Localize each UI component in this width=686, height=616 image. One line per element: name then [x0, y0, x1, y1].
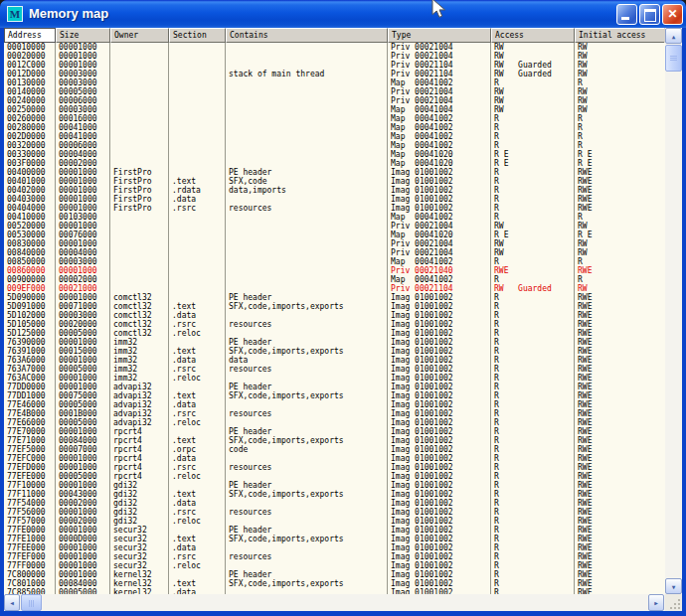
column-header-initial-access[interactable]: Initial access — [575, 28, 664, 43]
table-row[interactable]: 77F5700000002000gdi32.relocImag 01001002… — [4, 517, 665, 526]
table-row[interactable]: 0040200000001000FirstPro.rdatadata,impor… — [4, 186, 665, 195]
table-row[interactable]: 5D10200000003000comctl32.dataImag 010010… — [4, 311, 665, 320]
app-icon[interactable]: M — [7, 6, 23, 22]
cell-size: 00001000 — [56, 543, 110, 552]
table-row[interactable]: 763A600000001000imm32.datadataImag 01001… — [4, 356, 665, 365]
table-row[interactable]: 009EF00000021000Priv 00021104RW GuardedR… — [4, 284, 665, 293]
titlebar[interactable]: M Memory map ✕ — [0, 0, 686, 28]
table-row[interactable]: 77F5400000002000gdi32.dataImag 01001002R… — [4, 499, 665, 508]
table-row[interactable]: 77EFD00000001000rpcrt4.rsrcresourcesImag… — [4, 463, 665, 472]
table-row[interactable]: 77DD100000075000advapi32.textSFX,code,im… — [4, 391, 665, 400]
resize-grip[interactable] — [665, 594, 682, 611]
cell-section — [169, 570, 226, 579]
maximize-button[interactable] — [639, 4, 660, 25]
table-row[interactable]: 0085000000003000Map 00041002RR — [4, 257, 665, 266]
column-header-contains[interactable]: Contains — [226, 28, 388, 43]
cell-contains — [226, 400, 388, 409]
table-row[interactable]: 77E4B0000001B000advapi32.rsrcresourcesIm… — [4, 409, 665, 418]
scroll-down-icon[interactable]: ▼ — [665, 578, 682, 594]
vertical-scrollbar[interactable]: ▲ ▼ — [665, 28, 682, 594]
cell-owner — [110, 231, 169, 239]
table-row[interactable]: 0053000000076000Map 00041020R ER E — [4, 231, 665, 239]
cell-owner — [110, 70, 169, 78]
table-row[interactable]: 77FE000000001000secur32PE headerImag 010… — [4, 526, 665, 535]
table-row[interactable]: 0013000000003000Map 00041002RR — [4, 78, 665, 87]
cell-initial_access: RWE — [575, 177, 664, 186]
table-row[interactable]: 77FEF00000001000secur32.rsrcresourcesIma… — [4, 552, 665, 561]
column-header-size[interactable]: Size — [56, 28, 110, 43]
close-button[interactable]: ✕ — [662, 4, 683, 25]
table-row[interactable]: 0040100000001000FirstPro.textSFX,codeIma… — [4, 177, 665, 186]
table-row[interactable]: 0024000000006000Priv 00021004RWRW — [4, 96, 665, 105]
table-row[interactable]: 5D09100000071000comctl32.textSFX,code,im… — [4, 302, 665, 311]
table-row[interactable]: 7639000000001000imm32PE headerImag 01001… — [4, 338, 665, 347]
table-row[interactable]: 0040300000001000FirstPro.dataImag 010010… — [4, 195, 665, 204]
table-row[interactable]: 0032000000006000Map 00041002RR — [4, 141, 665, 150]
table-row[interactable]: 77F5600000001000gdi32.rsrcresourcesImag … — [4, 508, 665, 517]
table-row[interactable]: 7C80100000084000kernel32.textSFX,code,im… — [4, 579, 665, 588]
vertical-scroll-thumb[interactable] — [665, 45, 682, 72]
table-row[interactable]: 0083000000001000Priv 00021004RWRW — [4, 239, 665, 248]
table-row[interactable]: 5D10500000020000comctl32.rsrcresourcesIm… — [4, 320, 665, 329]
minimize-button[interactable] — [616, 4, 637, 25]
table-row[interactable]: 77E7100000084000rpcrt4.textSFX,code,impo… — [4, 436, 665, 445]
table-row[interactable]: 0084000000004000Priv 00021004RWRW — [4, 248, 665, 257]
table-row[interactable]: 77FF000000001000secur32.relocImag 010010… — [4, 561, 665, 570]
table-row[interactable]: 77EFE00000005000rpcrt4.relocImag 0100100… — [4, 472, 665, 481]
table-row[interactable]: 0052000000001000Priv 00021004RWRW — [4, 222, 665, 231]
table-row[interactable]: 77E7000000001000rpcrt4PE headerImag 0100… — [4, 427, 665, 436]
table-row[interactable]: 77DD000000001000advapi32PE headerImag 01… — [4, 383, 665, 391]
table-row[interactable]: 77FEE00000001000secur32.dataImag 0100100… — [4, 543, 665, 552]
table-row[interactable]: 002D000000041000Map 00041002RR — [4, 132, 665, 141]
table-row[interactable]: 0086000000001000Priv 00021040RWERWE — [4, 266, 665, 275]
table-row[interactable]: 77F1100000043000gdi32.textSFX,code,impor… — [4, 490, 665, 499]
column-header-access[interactable]: Access — [491, 28, 575, 43]
table-row[interactable]: 77F1000000001000gdi32PE headerImag 01001… — [4, 481, 665, 490]
table-row[interactable]: 003F000000002000Map 00041020R ER E — [4, 159, 665, 168]
table-row[interactable]: 77E6600000005000advapi32.relocImag 01001… — [4, 418, 665, 427]
column-header-owner[interactable]: Owner — [110, 28, 169, 43]
column-header-address[interactable]: Address — [4, 28, 56, 43]
table-row[interactable]: 0001000000001000Priv 00021004RWRW — [4, 43, 665, 52]
table-row[interactable]: 7C80000000001000kernel32PE headerImag 01… — [4, 570, 665, 579]
table-row[interactable]: 0012D00000003000stack of main threadPriv… — [4, 70, 665, 78]
column-header-section[interactable]: Section — [169, 28, 226, 43]
cell-type: Imag 01001002 — [388, 526, 491, 535]
table-row[interactable]: 0033000000004000Map 00041020R ER E — [4, 150, 665, 159]
table-row[interactable]: 763A700000005000imm32.rsrcresourcesImag … — [4, 365, 665, 374]
cell-type: Priv 00021004 — [388, 239, 491, 248]
table-row[interactable]: 0026000000016000Map 00041002RR — [4, 114, 665, 123]
table-row[interactable]: 0025000000003000Map 00041004RWRW — [4, 105, 665, 114]
table-row[interactable]: 0002000000001000Priv 00021004RWRW — [4, 52, 665, 61]
horizontal-scrollbar[interactable]: ◀ ▶ — [4, 594, 682, 611]
table-row[interactable]: 763AC00000001000imm32.relocImag 01001002… — [4, 374, 665, 383]
cell-address: 00410000 — [4, 213, 56, 222]
column-header-type[interactable]: Type — [388, 28, 491, 43]
cell-access: R — [491, 347, 575, 356]
scroll-up-icon[interactable]: ▲ — [665, 28, 682, 44]
cell-owner — [110, 213, 169, 222]
table-row[interactable]: 77FE10000000D000secur32.textSFX,code,imp… — [4, 535, 665, 543]
table-row[interactable]: 5D09000000001000comctl32PE headerImag 01… — [4, 293, 665, 302]
table-row[interactable]: 0040400000001000FirstPro.rsrcresourcesIm… — [4, 204, 665, 213]
table-row[interactable]: 0040000000001000FirstProPE headerImag 01… — [4, 168, 665, 177]
scroll-left-icon[interactable]: ◀ — [4, 594, 20, 611]
table-row[interactable]: 5D12500000005000comctl32.relocImag 01001… — [4, 329, 665, 338]
table-row[interactable]: 77EFC00000001000rpcrt4.dataImag 01001002… — [4, 454, 665, 463]
table-row[interactable]: 0012C00000001000Priv 00021104RW GuardedR… — [4, 61, 665, 70]
cell-initial_access: R — [575, 213, 664, 222]
table-row[interactable]: 0014000000005000Priv 00021004RWRW — [4, 87, 665, 96]
table-row[interactable]: 7639100000015000imm32.textSFX,code,impor… — [4, 347, 665, 356]
scroll-right-icon[interactable]: ▶ — [648, 594, 664, 611]
cell-address: 00140000 — [4, 87, 56, 96]
table-row[interactable]: 77EF500000007000rpcrt4.orpccodeImag 0100… — [4, 445, 665, 454]
cell-section: .text — [169, 302, 226, 311]
cell-section: .text — [169, 347, 226, 356]
horizontal-scroll-thumb[interactable] — [21, 594, 42, 611]
cell-initial_access: RWE — [575, 195, 664, 204]
table-row[interactable]: 0090000000002000Map 00041002RR — [4, 275, 665, 284]
table-row[interactable]: 0041000000103000Map 00041002RR — [4, 213, 665, 222]
table-row[interactable]: 0028000000041000Map 00041002RR — [4, 123, 665, 132]
table-row[interactable]: 77E4600000005000advapi32.dataImag 010010… — [4, 400, 665, 409]
cell-contains — [226, 213, 388, 222]
